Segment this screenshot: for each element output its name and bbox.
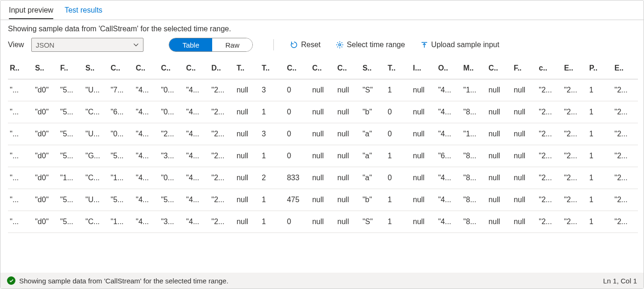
format-dropdown[interactable]: JSON bbox=[31, 38, 143, 52]
table-cell: null bbox=[310, 145, 336, 167]
view-mode-raw[interactable]: Raw bbox=[212, 38, 252, 51]
table-row[interactable]: "..."d0""5..."C..."1..."4..."3..."4..."2… bbox=[8, 211, 638, 233]
view-mode-table[interactable]: Table bbox=[169, 38, 212, 51]
table-cell: "2... bbox=[159, 123, 184, 145]
column-header[interactable]: M.. bbox=[461, 57, 487, 79]
table-cell: "2... bbox=[209, 79, 235, 101]
table-cell: null bbox=[411, 101, 436, 123]
table-cell: "... bbox=[8, 211, 33, 233]
table-cell: null bbox=[512, 145, 537, 167]
table-cell: null bbox=[512, 167, 537, 189]
table-cell: "1... bbox=[58, 167, 84, 189]
reset-label: Reset bbox=[301, 41, 321, 49]
column-header[interactable]: P.. bbox=[587, 57, 613, 79]
table-cell: "b" bbox=[361, 101, 386, 123]
upload-sample-button[interactable]: Upload sample input bbox=[420, 41, 500, 49]
table-scroll[interactable]: R..S..F..S..C..C..C..C..D..T..T..C..C..C… bbox=[0, 57, 644, 273]
table-cell: "4... bbox=[436, 79, 461, 101]
table-cell: "3... bbox=[159, 145, 184, 167]
table-cell: "2... bbox=[613, 101, 638, 123]
column-header[interactable]: c.. bbox=[537, 57, 562, 79]
table-cell: "4... bbox=[134, 211, 159, 233]
column-header[interactable]: C.. bbox=[134, 57, 159, 79]
table-cell: "2... bbox=[562, 167, 587, 189]
table-row[interactable]: "..."d0""5..."C..."6..."4..."0..."4..."2… bbox=[8, 101, 638, 123]
column-header[interactable]: C.. bbox=[159, 57, 184, 79]
select-time-range-button[interactable]: Select time range bbox=[336, 41, 405, 49]
table-cell: null bbox=[336, 123, 361, 145]
column-header[interactable]: T.. bbox=[260, 57, 285, 79]
table-cell: 1 bbox=[386, 211, 411, 233]
table-cell: null bbox=[487, 79, 512, 101]
tab-test-results[interactable]: Test results bbox=[64, 1, 102, 19]
table-cell: "U... bbox=[84, 79, 109, 101]
tab-input-preview[interactable]: Input preview bbox=[9, 1, 53, 19]
table-row[interactable]: "..."d0""5..."U..."5..."4..."5..."4..."2… bbox=[8, 189, 638, 211]
column-header[interactable]: R.. bbox=[8, 57, 33, 79]
table-cell: null bbox=[336, 211, 361, 233]
table-cell: "2... bbox=[537, 211, 562, 233]
reset-button[interactable]: Reset bbox=[290, 41, 321, 49]
table-cell: "2... bbox=[562, 189, 587, 211]
table-cell: "U... bbox=[84, 123, 109, 145]
table-cell: null bbox=[512, 123, 537, 145]
column-header[interactable]: C.. bbox=[184, 57, 209, 79]
status-bar: Showing sample data from 'CallStream' fo… bbox=[0, 273, 644, 289]
table-row[interactable]: "..."d0""5..."G..."5..."4..."3..."4..."2… bbox=[8, 145, 638, 167]
data-table: R..S..F..S..C..C..C..C..D..T..T..C..C..C… bbox=[8, 57, 638, 233]
table-cell: "5... bbox=[58, 211, 84, 233]
column-header[interactable]: T.. bbox=[235, 57, 260, 79]
table-cell: "5... bbox=[58, 123, 84, 145]
table-cell: null bbox=[336, 167, 361, 189]
status-message: Showing sample data from 'CallStream' fo… bbox=[19, 277, 229, 285]
table-cell: null bbox=[235, 123, 260, 145]
table-cell: "8... bbox=[461, 211, 487, 233]
column-header[interactable]: S.. bbox=[33, 57, 58, 79]
column-header[interactable]: E.. bbox=[562, 57, 587, 79]
table-cell: 1 bbox=[587, 167, 613, 189]
table-cell: 1 bbox=[587, 101, 613, 123]
column-header[interactable]: C.. bbox=[487, 57, 512, 79]
view-label: View bbox=[8, 41, 24, 49]
table-cell: null bbox=[310, 211, 336, 233]
table-cell: null bbox=[235, 189, 260, 211]
table-cell: 1 bbox=[587, 123, 613, 145]
column-header[interactable]: C.. bbox=[310, 57, 336, 79]
table-cell: null bbox=[235, 79, 260, 101]
column-header[interactable]: D.. bbox=[209, 57, 235, 79]
table-cell: 1 bbox=[386, 145, 411, 167]
table-cell: "4... bbox=[184, 167, 209, 189]
table-cell: "S" bbox=[361, 211, 386, 233]
column-header[interactable]: C.. bbox=[336, 57, 361, 79]
table-cell: "2... bbox=[562, 79, 587, 101]
column-header[interactable]: S.. bbox=[361, 57, 386, 79]
column-header[interactable]: F.. bbox=[512, 57, 537, 79]
column-header[interactable]: E.. bbox=[613, 57, 638, 79]
column-header[interactable]: I... bbox=[411, 57, 436, 79]
table-cell: 1 bbox=[260, 211, 285, 233]
upload-sample-label: Upload sample input bbox=[431, 41, 500, 49]
table-cell: "4... bbox=[184, 79, 209, 101]
table-cell: "0... bbox=[109, 123, 134, 145]
column-header[interactable]: O.. bbox=[436, 57, 461, 79]
table-cell: null bbox=[487, 145, 512, 167]
column-header[interactable]: T.. bbox=[386, 57, 411, 79]
table-cell: "2... bbox=[209, 123, 235, 145]
table-row[interactable]: "..."d0""5..."U..."7..."4..."0..."4..."2… bbox=[8, 79, 638, 101]
table-cell: null bbox=[411, 145, 436, 167]
table-cell: "4... bbox=[436, 211, 461, 233]
table-cell: "C... bbox=[84, 101, 109, 123]
table-cell: "5... bbox=[58, 101, 84, 123]
table-cell: 0 bbox=[386, 123, 411, 145]
table-cell: null bbox=[235, 211, 260, 233]
table-cell: null bbox=[310, 167, 336, 189]
table-row[interactable]: "..."d0""1..."C..."1..."4..."0..."4..."2… bbox=[8, 167, 638, 189]
column-header[interactable]: C.. bbox=[285, 57, 310, 79]
table-row[interactable]: "..."d0""5..."U..."0..."4..."2..."4..."2… bbox=[8, 123, 638, 145]
table-cell: 3 bbox=[260, 123, 285, 145]
chevron-down-icon bbox=[133, 42, 139, 48]
column-header[interactable]: S.. bbox=[84, 57, 109, 79]
column-header[interactable]: F.. bbox=[58, 57, 84, 79]
table-cell: "2... bbox=[613, 145, 638, 167]
column-header[interactable]: C.. bbox=[109, 57, 134, 79]
